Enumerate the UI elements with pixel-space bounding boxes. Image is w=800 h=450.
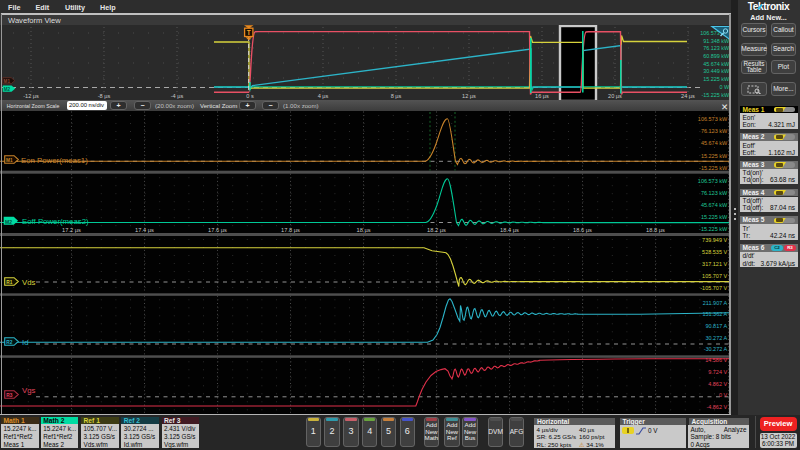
svg-text:12 µs: 12 µs	[462, 93, 476, 99]
svg-text:18.8 µs: 18.8 µs	[646, 226, 665, 232]
svg-text:76.123 kW: 76.123 kW	[701, 189, 728, 195]
svg-text:16 µs: 16 µs	[535, 93, 549, 99]
svg-text:9.724 V: 9.724 V	[708, 368, 727, 374]
svg-text:151.362 A: 151.362 A	[702, 311, 727, 317]
svg-text:17.6 µs: 17.6 µs	[208, 226, 227, 232]
svg-text:106.573 kW: 106.573 kW	[698, 116, 728, 122]
svg-text:90.817 A: 90.817 A	[705, 323, 727, 329]
svg-text:15.225 kW: 15.225 kW	[703, 76, 730, 82]
svg-text:-4 µs: -4 µs	[171, 93, 184, 99]
svg-text:15.225 kW: 15.225 kW	[701, 214, 728, 220]
svg-text:528.535 V: 528.535 V	[702, 248, 727, 254]
svg-text:R3: R3	[6, 393, 12, 398]
svg-text:-8 µs: -8 µs	[98, 93, 111, 99]
svg-text:-30.272 A: -30.272 A	[704, 346, 728, 352]
svg-text:30.272 A: 30.272 A	[705, 334, 727, 340]
svg-text:8 µs: 8 µs	[391, 93, 402, 99]
svg-text:739.949 V: 739.949 V	[702, 236, 727, 242]
svg-text:0 V: 0 V	[719, 392, 728, 398]
svg-text:M2: M2	[3, 87, 10, 92]
svg-text:M1: M1	[3, 79, 10, 84]
svg-text:91.348 kW: 91.348 kW	[703, 38, 730, 44]
svg-text:-105.707 V: -105.707 V	[700, 284, 727, 290]
svg-text:45.674 kW: 45.674 kW	[701, 140, 728, 146]
svg-text:76.123 kW: 76.123 kW	[701, 128, 728, 134]
svg-text:4.862 V: 4.862 V	[708, 380, 727, 386]
svg-text:0 s: 0 s	[246, 93, 254, 99]
svg-text:R2: R2	[6, 340, 12, 345]
svg-text:15.225 kW: 15.225 kW	[701, 152, 728, 158]
svg-text:4 µs: 4 µs	[318, 93, 329, 99]
svg-text:18 µs: 18 µs	[356, 226, 370, 232]
svg-text:M1: M1	[6, 159, 13, 164]
svg-text:-15.225 kW: -15.225 kW	[699, 164, 728, 170]
svg-text:M2: M2	[5, 218, 12, 224]
svg-text:-15.225 kW: -15.225 kW	[701, 92, 729, 98]
svg-text:106.573 kW: 106.573 kW	[698, 177, 728, 183]
svg-text:R1: R1	[6, 280, 12, 285]
svg-text:18.4 µs: 18.4 µs	[500, 226, 519, 232]
svg-text:18.2 µs: 18.2 µs	[427, 226, 446, 232]
svg-text:20 µs: 20 µs	[608, 93, 622, 99]
svg-text:76.123 kW: 76.123 kW	[703, 45, 730, 51]
svg-text:317.121 V: 317.121 V	[702, 260, 727, 266]
svg-text:T: T	[247, 29, 251, 36]
svg-text:30.449 kW: 30.449 kW	[703, 68, 730, 74]
svg-text:105.707 V: 105.707 V	[702, 272, 727, 278]
svg-text:-12 µs: -12 µs	[23, 93, 39, 99]
svg-text:60.899 kW: 60.899 kW	[703, 53, 730, 59]
svg-text:14.586 V: 14.586 V	[705, 356, 727, 362]
svg-text:-15.225 kW: -15.225 kW	[699, 226, 728, 232]
svg-text:45.674 kW: 45.674 kW	[703, 61, 730, 67]
svg-text:17.8 µs: 17.8 µs	[281, 226, 300, 232]
svg-text:18.6 µs: 18.6 µs	[573, 226, 592, 232]
svg-text:45.674 kW: 45.674 kW	[701, 201, 728, 207]
svg-text:-4.862 V: -4.862 V	[706, 404, 727, 410]
svg-text:211.907 A: 211.907 A	[703, 299, 728, 305]
svg-text:17.2 µs: 17.2 µs	[62, 226, 81, 232]
svg-text:24 µs: 24 µs	[681, 93, 695, 99]
svg-text:17.4 µs: 17.4 µs	[135, 226, 154, 232]
